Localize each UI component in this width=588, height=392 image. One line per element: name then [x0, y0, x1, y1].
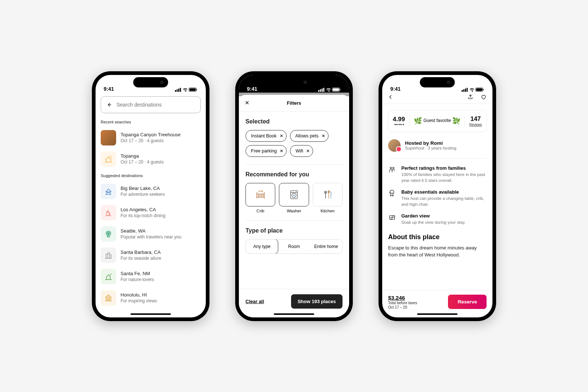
home-indicator	[274, 313, 314, 315]
search-placeholder: Search destinations	[116, 102, 162, 108]
home-indicator	[130, 313, 171, 315]
laurel-right-icon: 🌿	[452, 117, 460, 125]
remove-chip-icon[interactable]: ✕	[280, 133, 283, 139]
review-count: 147	[469, 115, 482, 123]
feature-row: Perfect ratings from families100% of fam…	[388, 165, 487, 183]
svg-point-17	[392, 195, 394, 196]
host-avatar	[388, 139, 401, 152]
svg-point-16	[390, 195, 391, 196]
price-sub: Total before taxes	[388, 301, 417, 305]
chip-label: Free parking	[251, 148, 277, 154]
suggested-sub: For adventure-seekers	[121, 191, 165, 197]
listing-photo-thumb	[101, 130, 116, 145]
suggested-sub: For nature-lovers	[121, 277, 154, 283]
filter-chip[interactable]: Allows pets✕	[290, 130, 329, 142]
remove-chip-icon[interactable]: ✕	[280, 148, 283, 154]
stroller-icon	[388, 189, 396, 207]
suggested-item[interactable]: Honolulu, HIFor inspiring views	[101, 287, 201, 309]
phone-filters: 9:41 ✕ Filters Selected Instant Book✕ Al…	[235, 71, 353, 321]
share-icon[interactable]	[467, 94, 473, 100]
amenity-washer[interactable]: Washer	[279, 183, 309, 213]
reviews-label: Reviews	[469, 123, 482, 126]
filters-header: ✕ Filters	[239, 95, 349, 112]
recent-item-sub: Oct 17 – 20 · 4 guests	[121, 138, 180, 144]
price[interactable]: $3,246	[388, 295, 417, 301]
laurel-left-icon: 🌿	[414, 117, 422, 125]
suggested-item[interactable]: Seattle, WAPopular with travelers near y…	[101, 223, 201, 245]
temple-icon	[101, 290, 116, 306]
suggested-title: Big Bear Lake, CA	[121, 185, 165, 192]
phone-search: 9:41 Search destinations Recent searches…	[92, 71, 209, 321]
dynamic-island	[277, 77, 312, 87]
svg-point-8	[262, 190, 263, 191]
host-sub: Superhost · 3 years hosting	[405, 146, 456, 150]
recent-item[interactable]: Topanga Oct 17 – 20 · 4 guests	[101, 148, 201, 170]
suggested-item[interactable]: Santa Fe, NMFor nature-lovers	[101, 266, 201, 287]
remove-chip-icon[interactable]: ✕	[306, 148, 310, 154]
amenity-kitchen[interactable]: Kitchen	[313, 183, 343, 213]
search-input[interactable]: Search destinations	[101, 96, 201, 113]
heart-icon[interactable]	[481, 94, 487, 100]
suggested-sub: Popular with travelers near you	[121, 234, 181, 240]
chip-label: Instant Book	[251, 133, 277, 139]
svg-point-11	[293, 194, 295, 196]
clear-all-button[interactable]: Clear all	[245, 299, 264, 304]
rating-stars-icon: ★★★★★	[393, 123, 405, 126]
segment-any-type[interactable]: Any type	[245, 239, 278, 254]
feature-title: Baby essentials available	[401, 189, 487, 195]
amenity-label: Kitchen	[313, 209, 343, 213]
city-icon	[101, 248, 116, 263]
rating-value: 4.99	[393, 116, 405, 123]
ferris-wheel-icon	[101, 226, 116, 242]
recent-searches-label: Recent searches	[101, 120, 201, 124]
price-dates: Oct 17 – 20	[388, 305, 417, 309]
suggested-item[interactable]: Santa Barbara, CAFor its seaside allure	[101, 245, 201, 266]
divider	[388, 158, 487, 159]
svg-point-13	[328, 190, 330, 194]
filter-chip[interactable]: Free parking✕	[245, 145, 287, 157]
guest-favorite-label: Guest favorite	[423, 118, 451, 123]
selected-label: Selected	[245, 118, 343, 125]
garden-icon	[388, 213, 396, 225]
amenity-crib[interactable]: Crib	[245, 183, 275, 213]
suggested-title: Honolulu, HI	[121, 292, 157, 298]
feature-row: Baby essentials availableThis host can p…	[388, 189, 487, 207]
dynamic-island	[420, 77, 455, 87]
segment-room[interactable]: Room	[278, 240, 310, 253]
dynamic-island	[133, 77, 168, 87]
filter-chip[interactable]: Wifi✕	[290, 145, 313, 157]
amenity-label: Washer	[279, 209, 309, 213]
recent-item[interactable]: Topanga Canyon Treehouse Oct 17 – 20 · 4…	[101, 127, 201, 148]
remove-chip-icon[interactable]: ✕	[322, 133, 325, 139]
guest-favorite-badge: 🌿 Guest favorite 🌿	[414, 117, 460, 125]
type-of-place-label: Type of place	[245, 227, 343, 234]
status-indicators	[318, 87, 341, 92]
review-summary-card[interactable]: 4.99 ★★★★★ 🌿 Guest favorite 🌿 147 Review…	[388, 110, 487, 132]
crib-icon	[254, 188, 267, 201]
show-places-button[interactable]: Show 193 places	[291, 294, 343, 309]
segment-entire-home[interactable]: Entire home	[310, 240, 342, 253]
svg-point-14	[390, 167, 392, 169]
host-row[interactable]: Hosted by Romi Superhost · 3 years hosti…	[388, 139, 487, 152]
close-icon[interactable]: ✕	[245, 100, 250, 106]
back-icon[interactable]	[388, 94, 393, 100]
phone-listing: 9:41 4.99 ★★★★★ 🌿 Guest favorite	[379, 71, 496, 321]
chip-label: Allows pets	[295, 133, 319, 139]
feature-title: Garden view	[401, 213, 466, 219]
status-indicators	[175, 87, 198, 92]
suggested-title: Santa Barbara, CA	[121, 249, 161, 256]
about-heading: About this place	[388, 233, 487, 241]
reserve-button[interactable]: Reserve	[448, 295, 487, 309]
recommended-label: Recommended for you	[245, 171, 343, 178]
family-icon	[388, 165, 396, 183]
recent-item-title: Topanga	[121, 153, 164, 159]
recent-item-title: Topanga Canyon Treehouse	[121, 132, 180, 138]
suggested-item[interactable]: Big Bear Lake, CAFor adventure-seekers	[101, 181, 201, 202]
suggested-title: Seattle, WA	[121, 228, 181, 234]
status-time: 9:41	[390, 86, 401, 92]
filter-chip[interactable]: Instant Book✕	[245, 130, 287, 142]
status-time: 9:41	[247, 86, 257, 92]
svg-point-15	[392, 167, 394, 169]
back-arrow-icon[interactable]	[106, 102, 112, 108]
suggested-item[interactable]: Los Angeles, CAFor its top-notch dining	[101, 202, 201, 223]
